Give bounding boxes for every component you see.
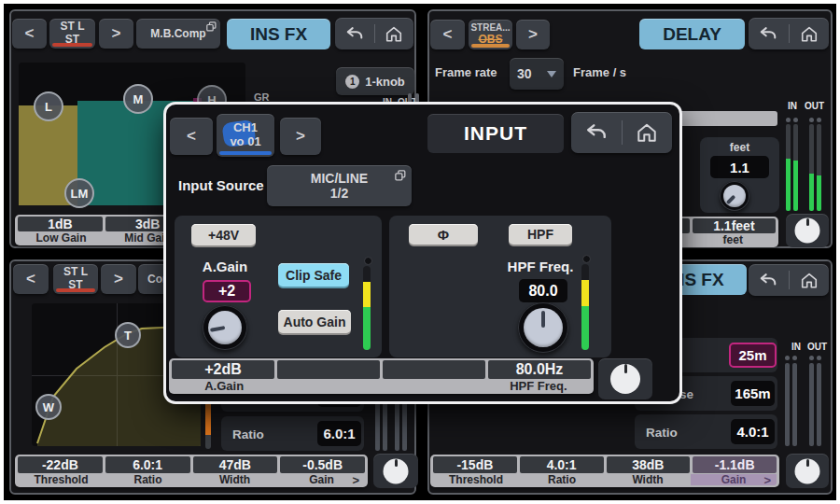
- threshold-cell[interactable]: -22dB: [18, 456, 103, 473]
- back-icon: [345, 26, 364, 42]
- back-button[interactable]: [335, 18, 374, 49]
- back-button[interactable]: [749, 18, 789, 49]
- home-button[interactable]: [623, 112, 673, 153]
- ratio-cell[interactable]: 6.0:1: [105, 456, 190, 473]
- threshold-cell[interactable]: -15dB: [433, 456, 517, 473]
- channel-name2: vo 01: [230, 135, 260, 149]
- prev-channel-button[interactable]: <: [12, 19, 47, 49]
- width-cell[interactable]: 38dB: [607, 456, 691, 473]
- phase-button[interactable]: Φ: [409, 224, 478, 245]
- feet-value-box[interactable]: 1.1: [710, 156, 769, 178]
- ratio-cell[interactable]: 4.0:1: [520, 456, 604, 473]
- in-meter: [793, 124, 798, 211]
- release-value-box[interactable]: 165m: [731, 381, 775, 406]
- feet-knob[interactable]: [720, 181, 749, 211]
- channel-select-button[interactable]: STREA... OBS: [469, 20, 512, 49]
- back-button[interactable]: [571, 112, 622, 153]
- out-meter: [817, 124, 821, 211]
- clip-safe-button[interactable]: Clip Safe: [278, 263, 349, 287]
- home-icon: [800, 25, 819, 43]
- channel-select-button[interactable]: ST L ST: [49, 19, 95, 49]
- ratio-label: Ratio: [232, 427, 264, 441]
- frame-rate-value: 30: [517, 66, 532, 81]
- analog-gain-knob[interactable]: [203, 305, 247, 350]
- back-button[interactable]: [749, 264, 789, 296]
- channel-name: ST L: [61, 21, 85, 34]
- channel-color-bar: [471, 44, 510, 48]
- auto-gain-button[interactable]: Auto Gain: [278, 310, 351, 333]
- out-meter: [809, 124, 814, 211]
- again-cell[interactable]: +2dB: [172, 360, 274, 379]
- hpf-button[interactable]: HPF: [509, 224, 572, 245]
- touch-and-turn-knob[interactable]: [598, 358, 652, 399]
- phantom-48v-button[interactable]: +48V: [191, 224, 256, 245]
- hpf-freq-knob[interactable]: [518, 302, 568, 353]
- nav-group: [749, 264, 829, 296]
- next-channel-button[interactable]: >: [280, 118, 321, 155]
- gain-cell[interactable]: -0.5dB: [280, 456, 365, 473]
- touch-and-turn-knob[interactable]: [786, 454, 829, 488]
- threshold-handle[interactable]: T: [115, 322, 141, 348]
- nav-group: [749, 18, 829, 49]
- input-source-button[interactable]: MIC/LINE 1/2: [267, 165, 412, 206]
- clip-led: [809, 118, 814, 122]
- next-channel-button[interactable]: >: [516, 20, 550, 49]
- param-cell[interactable]: [277, 360, 380, 379]
- touch-and-turn-knob[interactable]: [786, 214, 829, 247]
- analog-gain-value-box[interactable]: +2: [203, 280, 251, 302]
- more-params-chevron-icon[interactable]: >: [763, 473, 771, 487]
- frame-rate-dropdown[interactable]: 30: [510, 58, 564, 90]
- knob-pointer: [624, 364, 627, 373]
- ratio-value-box[interactable]: 6.0:1: [317, 421, 361, 446]
- channel-select-button[interactable]: ST L ST: [53, 264, 98, 294]
- prev-channel-button[interactable]: <: [170, 118, 213, 155]
- ratio-label: Ratio: [519, 473, 605, 486]
- next-channel-button[interactable]: >: [99, 19, 133, 49]
- channel-color-bar: [219, 151, 272, 155]
- clip-led: [793, 118, 798, 122]
- clip-led: [792, 356, 797, 360]
- input-level-meter: [363, 266, 371, 350]
- mixer-screen: < ST L ST > M.B.Comp INS FX L M H LM GR …: [0, 0, 840, 504]
- home-button[interactable]: [375, 18, 414, 49]
- attack-value-box[interactable]: 25m: [729, 343, 777, 368]
- touch-and-turn-knob[interactable]: [373, 454, 418, 488]
- copy-icon: [395, 170, 406, 181]
- analog-gain-label: A.Gain: [191, 259, 259, 274]
- param-cell[interactable]: [383, 360, 485, 379]
- one-knob-button[interactable]: 1 1-knob: [336, 67, 414, 95]
- in-meter: [786, 124, 791, 211]
- hpf-freq-cell[interactable]: 80.0Hz: [488, 360, 591, 379]
- ratio-row: Ratio 6.0:1: [221, 416, 364, 451]
- home-button[interactable]: [790, 264, 830, 296]
- clip-led: [786, 118, 791, 122]
- param-cell[interactable]: 1dB: [18, 217, 103, 231]
- nav-group: [335, 18, 413, 49]
- low-mid-crossover-handle[interactable]: LM: [64, 178, 94, 208]
- delay-feet-card: feet 1.1: [700, 137, 779, 213]
- more-params-chevron-icon[interactable]: >: [352, 473, 359, 487]
- in-meter: [792, 363, 797, 446]
- one-knob-label: 1-knob: [365, 75, 405, 89]
- channel-select-button[interactable]: CH1 vo 01: [217, 114, 274, 157]
- home-icon: [636, 122, 658, 143]
- ratio-value-box[interactable]: 4.0:1: [731, 419, 775, 444]
- channel-name: ST L: [63, 266, 88, 279]
- home-button[interactable]: [790, 18, 830, 49]
- width-cell[interactable]: 47dB: [193, 456, 278, 473]
- gain-cell-selected[interactable]: -1.1dB: [693, 456, 777, 473]
- low-band-handle[interactable]: L: [34, 91, 63, 121]
- threshold-label: Threshold: [18, 473, 105, 486]
- prev-channel-button[interactable]: <: [13, 264, 49, 294]
- prev-channel-button[interactable]: <: [430, 20, 465, 49]
- mid-band-handle[interactable]: M: [123, 84, 153, 114]
- hpf-freq-value-box[interactable]: 80.0: [519, 279, 567, 302]
- next-channel-button[interactable]: >: [101, 264, 136, 294]
- width-handle[interactable]: W: [35, 394, 62, 420]
- input-source-line1: MIC/LINE: [311, 171, 368, 186]
- in-meter-label: IN: [791, 342, 801, 352]
- channel-name: CH1: [233, 121, 258, 135]
- fx-preset-button[interactable]: M.B.Comp: [136, 19, 220, 49]
- out-meter-label: OUT: [807, 342, 827, 352]
- param-cell[interactable]: 1.1feet: [693, 218, 776, 233]
